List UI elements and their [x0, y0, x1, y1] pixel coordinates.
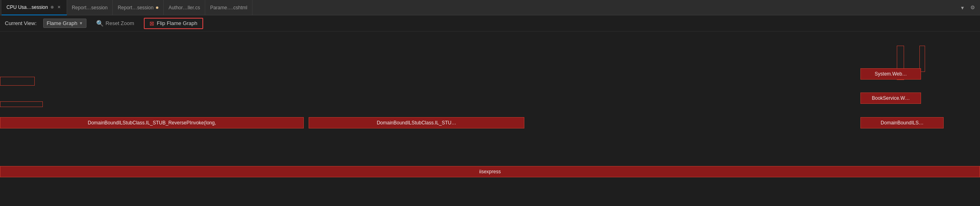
tab-param[interactable]: Parame….cshtml — [205, 0, 252, 15]
tab-report2-label: Report…session — [118, 5, 154, 11]
tab-cpu[interactable]: CPU Usa…session ⊕ ✕ — [2, 0, 67, 15]
tab-overflow-button[interactable]: ▾ — [958, 4, 967, 11]
tab-report1[interactable]: Report…session — [67, 0, 113, 15]
zoom-icon: 🔍 — [96, 20, 104, 27]
flip-icon: ⊠ — [149, 20, 154, 27]
flame-outline-0[interactable] — [0, 77, 35, 86]
tab-pin-icon: ⊕ — [50, 5, 54, 9]
dropdown-arrow-icon: ▼ — [79, 21, 83, 25]
settings-icon[interactable]: ⚙ — [967, 4, 978, 11]
tab-report2[interactable]: Report…session — [113, 0, 164, 15]
view-dropdown-value: Flame Graph — [47, 20, 78, 26]
flame-graph-area: iisexpressDomainBoundILStubClass.IL_STUB… — [0, 32, 980, 206]
flame-bar-1[interactable]: DomainBoundILStubClass.IL_STUB_ReversePI… — [0, 117, 304, 128]
current-view-label: Current View: — [5, 20, 37, 26]
flame-bar-0[interactable]: iisexpress — [0, 166, 980, 177]
tab-report1-label: Report…session — [72, 5, 108, 11]
reset-zoom-label: Reset Zoom — [105, 20, 134, 26]
tab-bar: CPU Usa…session ⊕ ✕ Report…session Repor… — [0, 0, 980, 15]
reset-zoom-button[interactable]: 🔍 Reset Zoom — [93, 19, 137, 28]
tab-cpu-close[interactable]: ✕ — [56, 4, 62, 10]
tab-param-label: Parame….cshtml — [210, 5, 247, 11]
view-dropdown[interactable]: Flame Graph ▼ — [43, 19, 87, 28]
toolbar: Current View: Flame Graph ▼ 🔍 Reset Zoom… — [0, 15, 980, 32]
tab-cpu-label: CPU Usa…session — [6, 4, 48, 10]
flame-bar-5[interactable]: BookService.W… — [860, 92, 921, 104]
flame-bar-3[interactable]: DomainBoundILS… — [860, 117, 944, 128]
flip-flame-graph-button[interactable]: ⊠ Flip Flame Graph — [144, 18, 203, 29]
flame-outline-1[interactable] — [0, 101, 43, 107]
tab-author[interactable]: Author…ller.cs — [164, 0, 205, 15]
flip-label: Flip Flame Graph — [157, 20, 197, 26]
tab-author-label: Author…ller.cs — [168, 5, 200, 11]
flame-bar-4[interactable]: System.Web… — [860, 68, 921, 80]
flame-bar-2[interactable]: DomainBoundILStubClass.IL_STU… — [309, 117, 524, 128]
tab-modified-dot — [156, 6, 158, 9]
